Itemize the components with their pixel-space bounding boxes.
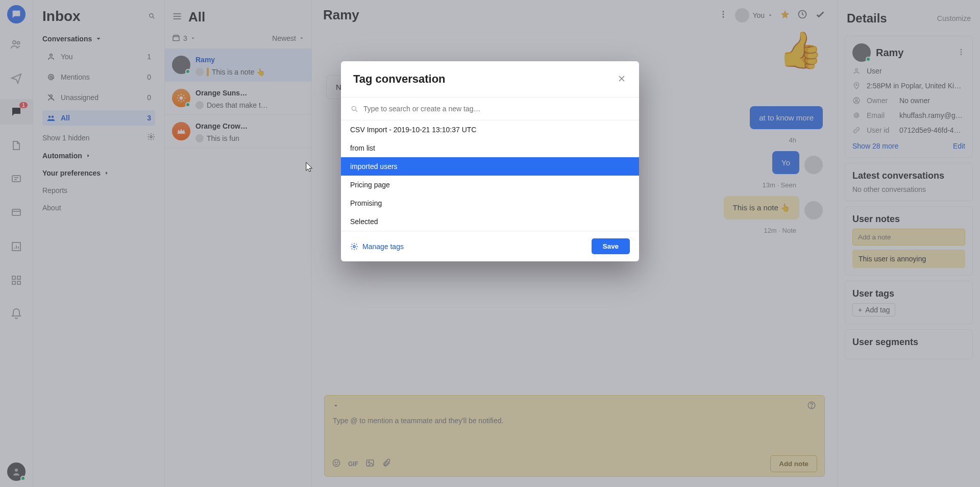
- modal-close-button[interactable]: [617, 74, 627, 85]
- tag-option-promising[interactable]: Promising: [341, 194, 639, 212]
- modal-scrim[interactable]: Tag conversation CSV Import - 2019-10-21…: [0, 0, 980, 487]
- tag-option-selected[interactable]: Selected: [341, 212, 639, 231]
- manage-tags-link[interactable]: Manage tags: [350, 242, 404, 251]
- tag-search-input[interactable]: [363, 103, 630, 115]
- tag-option-csv[interactable]: CSV Import - 2019-10-21 13:10:37 UTC: [341, 120, 639, 139]
- tag-option-imported[interactable]: imported users: [341, 157, 639, 176]
- save-button[interactable]: Save: [592, 238, 630, 254]
- manage-tags-label: Manage tags: [362, 242, 404, 251]
- search-icon: [350, 105, 358, 113]
- gear-icon: [350, 242, 358, 251]
- modal-title: Tag conversation: [353, 72, 446, 86]
- svg-point-36: [352, 106, 356, 110]
- tag-option-list: CSV Import - 2019-10-21 13:10:37 UTC fro…: [341, 120, 639, 231]
- close-icon: [617, 74, 627, 84]
- tag-option-pricing[interactable]: Pricing page: [341, 176, 639, 194]
- tag-conversation-modal: Tag conversation CSV Import - 2019-10-21…: [341, 61, 639, 261]
- tag-option-from-list[interactable]: from list: [341, 139, 639, 157]
- cursor-icon: [305, 161, 314, 173]
- svg-point-37: [353, 246, 355, 248]
